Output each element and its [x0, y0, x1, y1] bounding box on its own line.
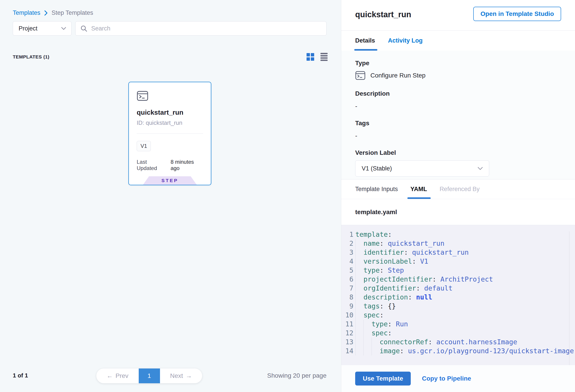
tab-details[interactable]: Details	[355, 31, 375, 51]
file-name-label: template.yaml	[355, 208, 397, 216]
per-page-label: Showing 20 per page	[267, 372, 327, 379]
code-line: 3identifier: quickstart_run	[341, 248, 575, 257]
search-box	[75, 21, 327, 36]
subtab-template-inputs[interactable]: Template Inputs	[355, 179, 398, 199]
version-select-value: V1 (Stable)	[362, 165, 392, 172]
card-title: quickstart_run	[137, 109, 203, 116]
open-in-template-studio-button[interactable]: Open in Template Studio	[473, 7, 561, 21]
version-select[interactable]: V1 (Stable)	[355, 160, 489, 177]
terminal-icon	[137, 91, 203, 101]
breadcrumb-chevron-icon	[44, 10, 48, 16]
code-line: 1template:	[341, 230, 575, 239]
code-line: 4versionLabel: V1	[341, 257, 575, 266]
tags-value: -	[355, 132, 562, 139]
template-card[interactable]: quickstart_run ID: quickstart_run V1 Las…	[128, 82, 211, 185]
code-line: 11type: Run	[341, 320, 575, 329]
breadcrumb-templates-link[interactable]: Templates	[13, 9, 40, 16]
templates-count-label: TEMPLATES (1)	[13, 54, 49, 60]
version-badge: V1	[137, 141, 151, 151]
subtab-referenced-by[interactable]: Referenced By	[440, 179, 480, 199]
chevron-down-icon	[477, 167, 483, 170]
yaml-editor[interactable]: 1template:2name: quickstart_run3identifi…	[341, 225, 575, 365]
description-value: -	[355, 103, 562, 110]
last-updated-label: Last Updated	[137, 159, 168, 171]
code-line: 10spec:	[341, 311, 575, 320]
terminal-icon	[355, 71, 365, 80]
next-page-button[interactable]: Next →	[160, 369, 202, 383]
code-line: 2name: quickstart_run	[341, 239, 575, 248]
template-details-panel: quickstart_run Open in Template Studio D…	[341, 0, 575, 392]
card-divider	[137, 134, 203, 134]
scope-select-value: Project	[19, 25, 37, 32]
list-view-button[interactable]	[320, 53, 328, 61]
step-type-badge: STEP	[143, 176, 197, 185]
code-line: 7orgIdentifier: default	[341, 284, 575, 293]
description-label: Description	[355, 90, 562, 97]
type-value: Configure Run Step	[370, 72, 426, 79]
panel-title: quickstart_run	[355, 10, 411, 19]
use-template-button[interactable]: Use Template	[355, 372, 411, 386]
code-line: 5type: Step	[341, 266, 575, 275]
page-1-button[interactable]: 1	[139, 369, 160, 383]
last-updated-value: 8 minutes ago	[170, 159, 203, 171]
code-line: 13connectorRef: account.harnessImage	[341, 338, 575, 346]
chevron-down-icon	[61, 27, 66, 30]
page-summary: 1 of 1	[13, 372, 28, 379]
breadcrumb: Templates Step Templates	[13, 9, 93, 16]
subtab-yaml[interactable]: YAML	[410, 179, 427, 199]
templates-list-panel: Templates Step Templates Project TEMPLAT…	[0, 0, 341, 392]
yaml-code: 1template:2name: quickstart_run3identifi…	[341, 230, 575, 355]
type-label: Type	[355, 60, 562, 67]
arrow-left-icon: ←	[106, 372, 113, 379]
code-line: 14image: us.gcr.io/playground-123/quicks…	[341, 346, 575, 355]
breadcrumb-current: Step Templates	[51, 9, 93, 16]
arrow-right-icon: →	[186, 372, 192, 379]
scope-select[interactable]: Project	[13, 21, 72, 36]
prev-page-button[interactable]: ← Prev	[96, 369, 139, 383]
editor-scrollbar[interactable]	[569, 231, 569, 365]
grid-view-button[interactable]	[307, 53, 314, 61]
code-line: 9tags: {}	[341, 302, 575, 311]
search-icon	[80, 25, 88, 32]
code-line: 12spec:	[341, 329, 575, 338]
list-view-icon	[320, 53, 328, 61]
code-line: 8description: null	[341, 293, 575, 302]
code-line: 6projectIdentifier: ArchitProject	[341, 275, 575, 284]
card-id: ID: quickstart_run	[137, 119, 203, 126]
pagination: ← Prev 1 Next →	[96, 369, 202, 383]
tags-label: Tags	[355, 120, 562, 127]
grid-view-icon	[307, 53, 314, 61]
version-label: Version Label	[355, 149, 562, 156]
copy-to-pipeline-link[interactable]: Copy to Pipeline	[422, 375, 471, 382]
search-input[interactable]	[91, 25, 322, 32]
tab-activity-log[interactable]: Activity Log	[388, 31, 423, 51]
